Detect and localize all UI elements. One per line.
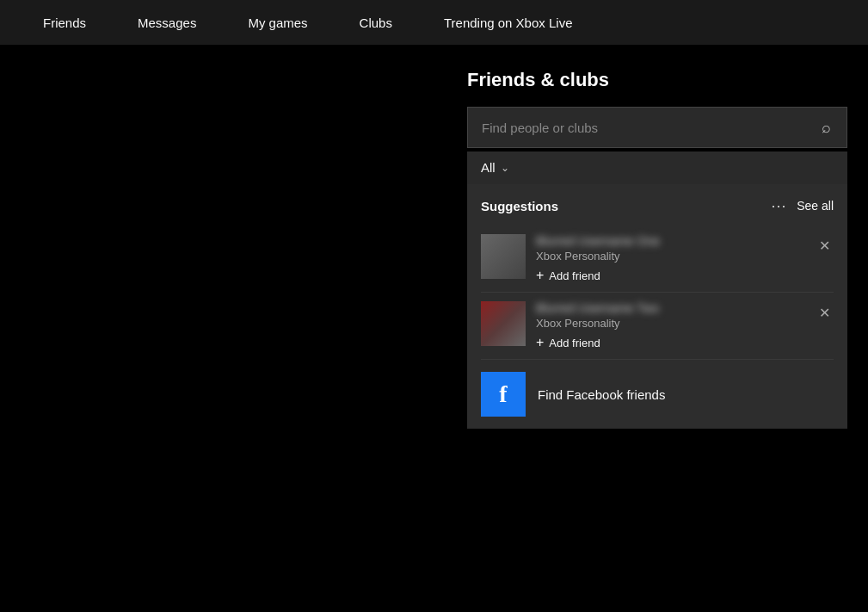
- right-panel: Friends & clubs ⌕ All ⌄ Suggestions ⋯ Se…: [446, 45, 868, 612]
- nav-friends[interactable]: Friends: [17, 0, 112, 45]
- avatar-image: [481, 301, 526, 346]
- suggestion-item: Blurred Username One Xbox Personality + …: [481, 226, 834, 293]
- search-icon: ⌕: [822, 119, 831, 137]
- add-friend-label: Add friend: [549, 269, 600, 282]
- search-box: ⌕: [467, 107, 847, 148]
- suggestion-item: Blurred Username Two Xbox Personality + …: [481, 293, 834, 360]
- suggestions-header: Suggestions ⋯ See all: [481, 196, 834, 215]
- suggestion-info: Blurred Username Two Xbox Personality + …: [536, 301, 834, 350]
- add-friend-label: Add friend: [549, 337, 600, 349]
- nav-messages[interactable]: Messages: [112, 0, 222, 45]
- search-button[interactable]: ⌕: [805, 107, 846, 148]
- filter-area: All ⌄: [467, 151, 847, 184]
- dismiss-button[interactable]: ✕: [816, 301, 834, 325]
- close-icon: ✕: [819, 238, 830, 253]
- plus-icon: +: [536, 268, 544, 283]
- nav-clubs[interactable]: Clubs: [334, 0, 418, 45]
- page-title: Friends & clubs: [467, 69, 847, 91]
- suggestion-type: Xbox Personality: [536, 250, 834, 263]
- suggestion-type: Xbox Personality: [536, 317, 834, 330]
- suggestions-title: Suggestions: [481, 199, 558, 213]
- find-facebook-friends-button[interactable]: f Find Facebook friends: [481, 360, 834, 417]
- left-panel: [0, 45, 446, 612]
- add-friend-button[interactable]: + Add friend: [536, 268, 600, 283]
- chevron-down-icon: ⌄: [501, 162, 509, 174]
- facebook-icon: f: [481, 372, 526, 417]
- suggestion-name: Blurred Username Two: [536, 301, 725, 315]
- see-all-button[interactable]: See all: [797, 199, 834, 213]
- filter-label: All: [481, 160, 496, 175]
- avatar-image: [481, 234, 526, 279]
- add-friend-button[interactable]: + Add friend: [536, 335, 600, 350]
- nav-trending[interactable]: Trending on Xbox Live: [418, 0, 599, 45]
- plus-icon: +: [536, 335, 544, 350]
- main-content: Friends & clubs ⌕ All ⌄ Suggestions ⋯ Se…: [0, 45, 868, 612]
- close-icon: ✕: [819, 306, 830, 320]
- filter-dropdown[interactable]: All ⌄: [481, 160, 509, 175]
- dismiss-button[interactable]: ✕: [816, 234, 834, 257]
- avatar: [481, 234, 526, 279]
- suggestions-actions: ⋯ See all: [771, 196, 834, 215]
- avatar: [481, 301, 526, 346]
- suggestion-info: Blurred Username One Xbox Personality + …: [536, 234, 834, 283]
- facebook-label: Find Facebook friends: [538, 387, 665, 402]
- nav-my-games[interactable]: My games: [222, 0, 333, 45]
- suggestions-panel: Suggestions ⋯ See all Blurred Username O…: [467, 184, 847, 429]
- search-input[interactable]: [468, 108, 805, 147]
- top-navigation: Friends Messages My games Clubs Trending…: [0, 0, 868, 45]
- grid-icon[interactable]: ⋯: [771, 196, 786, 215]
- suggestion-name: Blurred Username One: [536, 234, 725, 248]
